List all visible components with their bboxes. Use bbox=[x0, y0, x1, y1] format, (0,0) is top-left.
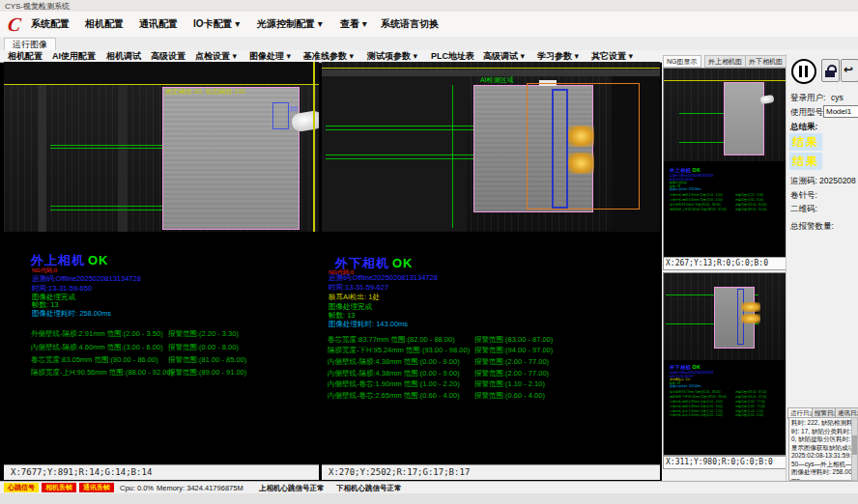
camera-view-upper[interactable]: 固定阈值:93, 动态阈值:100 66 外上相机OK NG代码:0 追溯码:O… bbox=[4, 62, 319, 464]
tool-ai-usage-config[interactable]: AI使用配置 bbox=[52, 50, 96, 62]
elapsed-label: 图像处理耗时: 258.00ms bbox=[670, 188, 786, 192]
alarm-range-text: 报警范围:(2.00 - 77.00) bbox=[474, 369, 549, 378]
login-user-label: 登录用户: bbox=[790, 93, 825, 104]
elapsed-label: 图像处理耗时: 258.00ms bbox=[32, 309, 111, 318]
pause-button[interactable] bbox=[791, 59, 816, 84]
measurement-row: 隔膜宽度-上H:90.56mm 范围:(88.00 - 92.00) 报警范围:… bbox=[31, 368, 311, 379]
barcode-label: 追溯码:Offline2025020813134728 bbox=[32, 274, 141, 283]
pixel-coords-label: X:7677;Y:891;R:14;G:14;B:14 bbox=[11, 467, 152, 477]
measurement-text: 外侧壁线-隔膜:2.91mm 范围:(2.00 - 3.50) bbox=[31, 329, 163, 338]
tool-image-process[interactable]: 图像处理 ▾ bbox=[249, 50, 291, 62]
barcode-label: 追溯码:Offline2025020813134728 bbox=[329, 273, 438, 282]
login-user-value: cys bbox=[831, 93, 844, 102]
heartbeat-badge: 心跳信号 bbox=[4, 483, 39, 492]
alarm-range-text: 报警范围:(0.60 - 4.00) bbox=[474, 391, 545, 400]
trace-code-value: 20250208 bbox=[819, 176, 856, 185]
measurement-text: 内侧壁线-隔膜:4.38mm 范围:(0.00 - 9.00) bbox=[670, 400, 723, 404]
thumb-tab-ng-image[interactable]: NG图显示 bbox=[663, 55, 701, 68]
measurement-text: 内侧壁线-卷芯:2.65mm 范围:(0.60 - 4.00) bbox=[670, 414, 723, 418]
menu-io-config[interactable]: IO卡配置 ▾ bbox=[193, 17, 240, 31]
menu-light-config[interactable]: 光源控制配置 ▾ bbox=[257, 17, 323, 31]
measurement-row: 隔膜宽度-上H:90.56mm 范围:(88.00 - 92.00) 报警范围:… bbox=[670, 208, 786, 212]
lock-button[interactable] bbox=[821, 59, 840, 82]
alarm-range-text: 报警范围:(2.20 - 3.30) bbox=[168, 329, 239, 338]
thumbnail-upper[interactable]: 外上相机OK 追溯码:Offline2025020813134728 时间:13… bbox=[663, 68, 786, 259]
total-result-label: 总结果: bbox=[790, 122, 817, 133]
measurement-text: 卷芯宽度:83.77mm 范围:(82.00 - 88.00) bbox=[670, 391, 721, 395]
alarm-range-text: 报警范围:(89.00 - 91.00) bbox=[735, 208, 767, 211]
tab-run-image[interactable]: 运行图像 bbox=[4, 38, 56, 51]
memory-usage-label: Memory: 3424.41796875M bbox=[157, 484, 243, 492]
alarm-range-text: 报警范围:(1.10 - 2.10) bbox=[474, 379, 545, 388]
blue-marker-box bbox=[272, 102, 289, 129]
tool-camera-config[interactable]: 相机配置 bbox=[8, 50, 43, 62]
measurement-text: 内侧壁线-隔膜:4.38mm 范围:(0.00 - 9.00) bbox=[328, 357, 460, 366]
alarm-range-text: 报警范围:(81.00 - 85.00) bbox=[168, 355, 246, 364]
alarm-range-text: 报警范围:(83.00 - 87.00) bbox=[474, 335, 553, 344]
log-panel: 运行日志 报警日志 通讯日志 耗时: 222, 缺陷检测耗时: 17, 缺陷分类… bbox=[787, 407, 858, 481]
camera-drop-badge: 相机丢帧 bbox=[42, 483, 76, 492]
log-scrollbar[interactable] bbox=[851, 417, 858, 481]
app-window: CYS-视觉检测系统 C 系统配置 相机配置 通讯配置 IO卡配置 ▾ 光源控制… bbox=[0, 0, 858, 504]
menu-system-config[interactable]: 系统配置 bbox=[31, 17, 70, 31]
result-ok-label: OK bbox=[392, 256, 414, 270]
threshold-label: 固定阈值:93, 动态阈值:100 bbox=[165, 88, 245, 96]
menu-language-switch[interactable]: 系统语言切换 bbox=[381, 17, 439, 31]
lower-camera-heartbeat-label: 下相机心跳信号正常 bbox=[336, 484, 402, 493]
result-ok-label: OK bbox=[88, 253, 109, 267]
tool-spot-check[interactable]: 点检设置 ▾ bbox=[195, 50, 237, 62]
tab-row: 运行图像 bbox=[0, 37, 858, 51]
result-ok-label: OK bbox=[693, 364, 701, 370]
tool-offline-debug[interactable]: 高级调试 ▾ bbox=[483, 50, 525, 62]
menu-view[interactable]: 查看 ▾ bbox=[340, 17, 367, 31]
tool-plc-address[interactable]: PLC地址表 bbox=[431, 50, 474, 62]
thumbnail-lower[interactable]: 外下相机OK 追溯码:Offline2025020813134728 时间:13… bbox=[663, 272, 786, 456]
menu-bar: C 系统配置 相机配置 通讯配置 IO卡配置 ▾ 光源控制配置 ▾ 查看 ▾ 系… bbox=[0, 12, 858, 38]
app-logo-icon: C bbox=[2, 14, 26, 35]
thumb-tab-upper-camera[interactable]: 外上相机图 bbox=[704, 55, 746, 68]
tool-learn-params[interactable]: 学习参数 ▾ bbox=[537, 50, 579, 62]
alarm-range-text: 报警范围:(81.00 - 85.00) bbox=[735, 203, 767, 207]
measurement-text: 隔膜宽度-上H:90.56mm 范围:(88.00 - 92.00) bbox=[31, 368, 173, 377]
right-sidebar: ↩ 登录用户: cys 使用型号: 总结果: 结果 结果 追溯码: 202502… bbox=[786, 54, 858, 481]
machine-rail bbox=[39, 85, 46, 232]
alarm-range-text: 报警范围:(0.00 - 8.00) bbox=[735, 198, 763, 202]
scrollbar-thumb[interactable] bbox=[852, 435, 857, 455]
tool-test-params[interactable]: 测试项参数 ▾ bbox=[367, 50, 417, 62]
measurement-text: 卷芯宽度:83.05mm 范围:(80.00 - 86.00) bbox=[670, 203, 721, 207]
frame-count-label: 帧数: 13 bbox=[32, 300, 59, 309]
thumb-image bbox=[664, 273, 786, 360]
tool-baseline-params[interactable]: 基准线参数 ▾ bbox=[303, 50, 354, 62]
camera-image-upper: 固定阈值:93, 动态阈值:100 66 bbox=[4, 62, 319, 232]
measurement-text: 内侧壁线-卷芯:2.65mm 范围:(0.60 - 4.00) bbox=[328, 391, 460, 400]
qr-code-label: 二维码: bbox=[790, 204, 817, 215]
camera-name-label: 外上相机 bbox=[31, 253, 85, 267]
pause-icon bbox=[799, 66, 802, 77]
probe-value-label: 66 bbox=[290, 105, 298, 112]
thumb-tab-lower-camera[interactable]: 外下相机图 bbox=[745, 55, 786, 68]
thumb-overlay-text: 外下相机OK 追溯码:Offline2025020813134728 时间:13… bbox=[670, 364, 786, 418]
tab-marker-box bbox=[552, 89, 568, 209]
elapsed-label: 图像处理耗时: 143.00ms bbox=[670, 385, 786, 389]
tool-advanced-setting[interactable]: 高级设置 bbox=[151, 50, 186, 62]
menu-comm-config[interactable]: 通讯配置 bbox=[139, 17, 178, 31]
result-ok-label: OK bbox=[693, 167, 701, 173]
yellow-guide-line bbox=[4, 84, 319, 85]
tool-other-settings[interactable]: 其它设置 ▾ bbox=[591, 50, 633, 62]
measurement-text: 内侧壁线-隔膜:4.60mm 范围:(3.00 - 6.00) bbox=[670, 198, 723, 202]
image-top-band bbox=[4, 62, 319, 84]
log-text: 耗时: 222, 缺陷检测耗时: 17, 缺陷分类耗时: 0, 缺陷提取分区耗时… bbox=[788, 417, 858, 481]
camera-name-label: 外上相机 bbox=[670, 167, 691, 173]
coords-footer-upper: X:7677;Y:891;R:14;G:14;B:14 bbox=[4, 464, 319, 480]
camera-image-lower: AI检测区域 bbox=[322, 62, 660, 232]
undo-button[interactable]: ↩ bbox=[841, 59, 858, 82]
camera-view-lower[interactable]: AI检测区域 外下相机OK NG代码:0 追溯码:Offline20250208… bbox=[322, 62, 660, 464]
result-box-upper: 结果 bbox=[789, 133, 822, 151]
measurement-text: 内侧壁线-卷芯:1.90mm 范围:(1.00 - 2.20) bbox=[328, 379, 460, 388]
measurement-text: 内侧壁线-卷芯:1.90mm 范围:(1.00 - 2.20) bbox=[670, 409, 723, 413]
menu-camera-config[interactable]: 相机配置 bbox=[85, 17, 124, 31]
model-input[interactable] bbox=[823, 105, 858, 118]
tool-camera-debug[interactable]: 相机调试 bbox=[106, 50, 141, 62]
thumb-coords-lower: X:311;Y:980;R:0;G:0;B:0 bbox=[663, 456, 787, 469]
yellow-guide-line-vertical bbox=[313, 62, 315, 232]
